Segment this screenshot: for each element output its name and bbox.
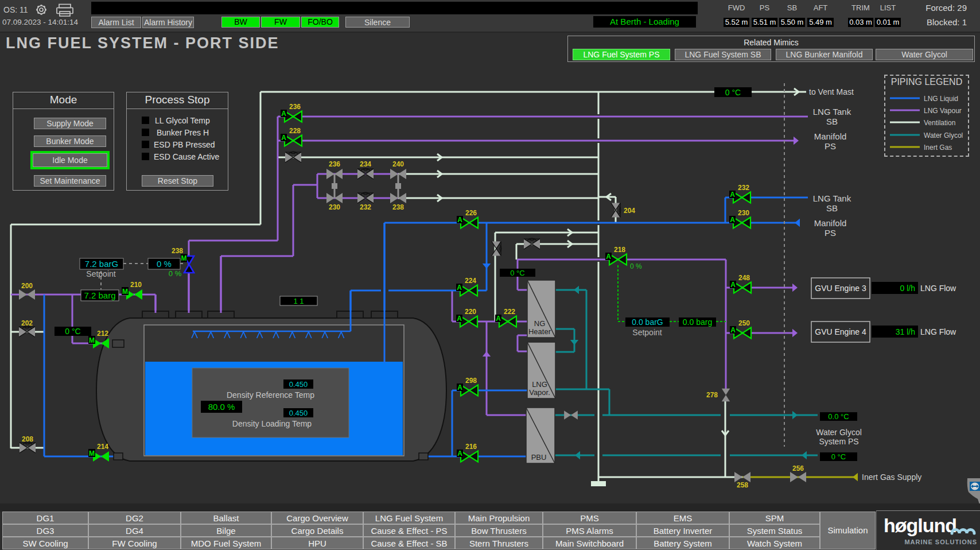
svg-text:216: 216 <box>465 443 477 451</box>
svg-text:0 °C: 0 °C <box>831 452 846 461</box>
svg-text:228: 228 <box>289 127 301 135</box>
svg-text:256: 256 <box>792 464 804 472</box>
svg-text:204: 204 <box>624 207 635 215</box>
svg-text:PBU: PBU <box>531 453 547 462</box>
svg-text:Density Reference Temp: Density Reference Temp <box>227 390 314 400</box>
svg-text:0 °C: 0 °C <box>725 88 741 97</box>
svg-text:0.0 °C: 0.0 °C <box>828 412 849 421</box>
svg-text:0.450: 0.450 <box>289 409 308 417</box>
svg-text:Inert Gas Supply: Inert Gas Supply <box>862 472 921 482</box>
svg-text:234: 234 <box>360 160 371 168</box>
svg-text:232: 232 <box>360 203 371 211</box>
svg-text:Density Loading Temp: Density Loading Temp <box>232 419 312 428</box>
svg-text:0.450: 0.450 <box>289 380 308 389</box>
svg-text:Heater: Heater <box>528 327 551 336</box>
svg-text:LNG Tank: LNG Tank <box>813 107 851 117</box>
svg-text:212: 212 <box>97 330 108 338</box>
svg-text:238: 238 <box>392 203 404 211</box>
svg-text:NG: NG <box>534 319 546 328</box>
svg-text:LNG Flow: LNG Flow <box>920 284 956 293</box>
svg-text:1 1: 1 1 <box>293 297 304 305</box>
svg-text:0 %: 0 % <box>169 269 182 278</box>
svg-text:0 l/h: 0 l/h <box>900 284 915 293</box>
svg-text:80.0 %: 80.0 % <box>208 402 235 412</box>
svg-text:31 l/h: 31 l/h <box>896 327 915 336</box>
svg-text:Water Glycol: Water Glycol <box>816 428 862 437</box>
svg-text:210: 210 <box>130 281 142 289</box>
svg-text:214: 214 <box>97 443 108 451</box>
svg-text:0.0 barg: 0.0 barg <box>683 317 712 327</box>
svg-text:0 %: 0 % <box>157 259 172 269</box>
svg-text:218: 218 <box>614 246 625 254</box>
svg-text:GVU Engine 4: GVU Engine 4 <box>815 327 866 336</box>
svg-text:230: 230 <box>738 209 749 217</box>
svg-text:278: 278 <box>706 391 718 399</box>
svg-text:PS: PS <box>825 141 836 151</box>
svg-text:240: 240 <box>392 160 404 168</box>
svg-text:LNG: LNG <box>532 380 547 389</box>
svg-text:to Vent Mast: to Vent Mast <box>809 87 854 96</box>
svg-text:236: 236 <box>289 103 301 111</box>
svg-text:SB: SB <box>826 203 838 213</box>
svg-text:232: 232 <box>738 184 749 192</box>
svg-text:226: 226 <box>465 209 477 217</box>
svg-text:PS: PS <box>825 228 836 238</box>
svg-text:Manifold: Manifold <box>814 218 847 228</box>
svg-text:298: 298 <box>465 377 477 385</box>
svg-text:LNG Tank: LNG Tank <box>813 193 851 203</box>
svg-text:250: 250 <box>738 319 750 327</box>
svg-text:0 %: 0 % <box>630 262 642 270</box>
svg-text:224: 224 <box>465 277 476 285</box>
svg-text:220: 220 <box>465 308 476 316</box>
svg-text:Setpoint: Setpoint <box>86 269 115 278</box>
svg-text:7.2 barg: 7.2 barg <box>84 291 115 300</box>
svg-text:208: 208 <box>22 435 33 443</box>
svg-text:230: 230 <box>329 203 340 211</box>
svg-text:238: 238 <box>172 247 183 255</box>
svg-text:Manifold: Manifold <box>814 131 847 141</box>
svg-text:GVU Engine 3: GVU Engine 3 <box>815 284 866 293</box>
svg-text:System PS: System PS <box>819 437 858 446</box>
svg-text:202: 202 <box>21 319 33 327</box>
svg-text:222: 222 <box>504 308 515 316</box>
svg-text:248: 248 <box>738 274 750 282</box>
svg-text:200: 200 <box>21 282 33 290</box>
svg-text:0.0 barG: 0.0 barG <box>632 317 663 327</box>
svg-text:SB: SB <box>826 117 838 126</box>
svg-text:Setpoint: Setpoint <box>632 328 662 337</box>
svg-text:LNG Flow: LNG Flow <box>920 327 956 336</box>
svg-text:258: 258 <box>737 481 748 489</box>
svg-text:236: 236 <box>329 160 340 168</box>
svg-text:0 °C: 0 °C <box>65 327 80 336</box>
svg-text:7.2 barG: 7.2 barG <box>85 259 118 269</box>
svg-text:Vapor.: Vapor. <box>529 388 550 397</box>
svg-text:0 °C: 0 °C <box>510 269 524 277</box>
